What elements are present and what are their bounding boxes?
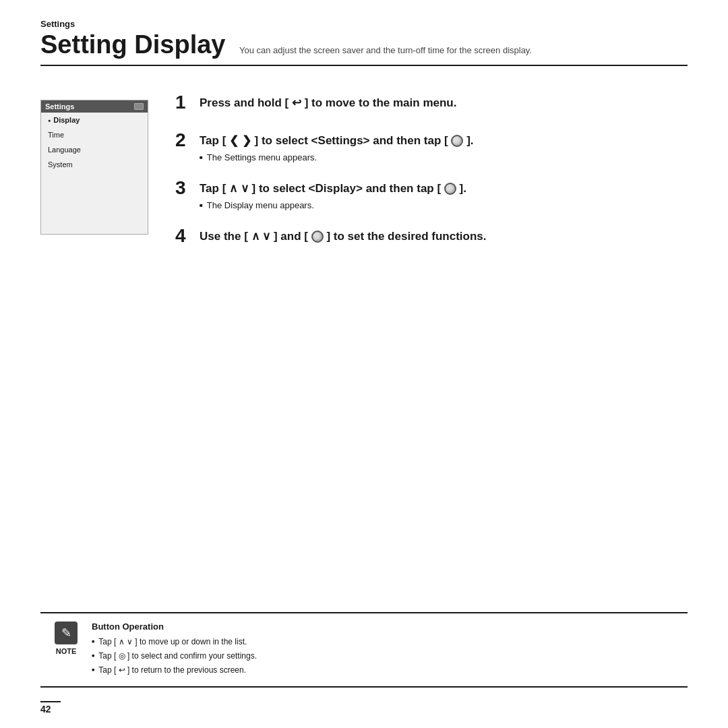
step-1-text: Press and hold [ ↩ ] to move to the main… bbox=[200, 93, 456, 111]
step-3: 3 Tap [ ∧ ∨ ] to select <Display> and th… bbox=[175, 179, 688, 210]
header-divider bbox=[40, 65, 688, 66]
step-2: 2 Tap [ ❮ ❯ ] to select <Settings> and t… bbox=[175, 131, 688, 162]
step-2-header: 2 Tap [ ❮ ❯ ] to select <Settings> and t… bbox=[175, 131, 688, 150]
sidebar-title-label: Settings bbox=[45, 102, 74, 111]
breadcrumb: Settings bbox=[40, 19, 688, 29]
page-number-rule bbox=[40, 701, 61, 702]
step-4-text: Use the [ ∧ ∨ ] and [ ] to set the desir… bbox=[200, 226, 487, 244]
ok-icon bbox=[451, 135, 463, 147]
note-label: NOTE bbox=[56, 647, 77, 655]
sidebar-item-display[interactable]: Display bbox=[41, 113, 148, 127]
sidebar-item-time[interactable]: Time bbox=[41, 127, 148, 142]
ok-icon-3 bbox=[444, 183, 456, 195]
step-1: 1 Press and hold [ ↩ ] to move to the ma… bbox=[175, 93, 688, 115]
note-icon-area: ✎ NOTE bbox=[51, 621, 81, 655]
sidebar-title-icon bbox=[134, 103, 144, 110]
note-item-2: Tap [ ◎ ] to select and confirm your set… bbox=[92, 650, 677, 662]
pencil-icon: ✎ bbox=[55, 621, 78, 644]
step-3-number: 3 bbox=[175, 179, 194, 198]
step-4: 4 Use the [ ∧ ∨ ] and [ ] to set the des… bbox=[175, 226, 688, 248]
page-subtitle: You can adjust the screen saver and the … bbox=[239, 45, 532, 55]
step-3-text: Tap [ ∧ ∨ ] to select <Display> and then… bbox=[200, 179, 466, 196]
note-content: Button Operation Tap [ ∧ ∨ ] to move up … bbox=[92, 621, 677, 678]
steps-area: 1 Press and hold [ ↩ ] to move to the ma… bbox=[175, 93, 688, 264]
page-title: Setting Display bbox=[40, 30, 226, 59]
note-section: ✎ NOTE Button Operation Tap [ ∧ ∨ ] to m… bbox=[40, 612, 688, 688]
sidebar-menu: Settings Display Time Language System bbox=[40, 100, 148, 235]
step-2-note: The Settings menu appears. bbox=[200, 152, 688, 162]
return-icon: ↩ bbox=[292, 96, 301, 109]
step-4-header: 4 Use the [ ∧ ∨ ] and [ ] to set the des… bbox=[175, 226, 688, 245]
step-4-number: 4 bbox=[175, 226, 194, 245]
note-item-3: Tap [ ↩ ] to return to the previous scre… bbox=[92, 664, 677, 676]
step-1-number: 1 bbox=[175, 93, 194, 112]
note-title: Button Operation bbox=[92, 621, 677, 632]
sidebar-item-system[interactable]: System bbox=[41, 157, 148, 172]
note-item-1: Tap [ ∧ ∨ ] to move up or down in the li… bbox=[92, 636, 677, 648]
ok-icon-4 bbox=[311, 231, 324, 243]
step-1-header: 1 Press and hold [ ↩ ] to move to the ma… bbox=[175, 93, 688, 112]
sidebar-item-language[interactable]: Language bbox=[41, 142, 148, 157]
left-right-icon: ❮ ❯ bbox=[229, 134, 251, 147]
up-down-icon-3: ∧ ∨ bbox=[229, 182, 249, 195]
page-header: Settings Setting Display You can adjust … bbox=[0, 0, 728, 73]
main-content: Settings Display Time Language System 1 … bbox=[0, 73, 728, 264]
step-2-text: Tap [ ❮ ❯ ] to select <Settings> and the… bbox=[200, 131, 474, 148]
step-3-header: 3 Tap [ ∧ ∨ ] to select <Display> and th… bbox=[175, 179, 688, 198]
page-number: 42 bbox=[40, 704, 51, 715]
up-down-icon-4: ∧ ∨ bbox=[251, 230, 271, 243]
step-3-note: The Display menu appears. bbox=[200, 200, 688, 210]
step-2-number: 2 bbox=[175, 131, 194, 150]
sidebar-title-bar: Settings bbox=[41, 100, 148, 113]
